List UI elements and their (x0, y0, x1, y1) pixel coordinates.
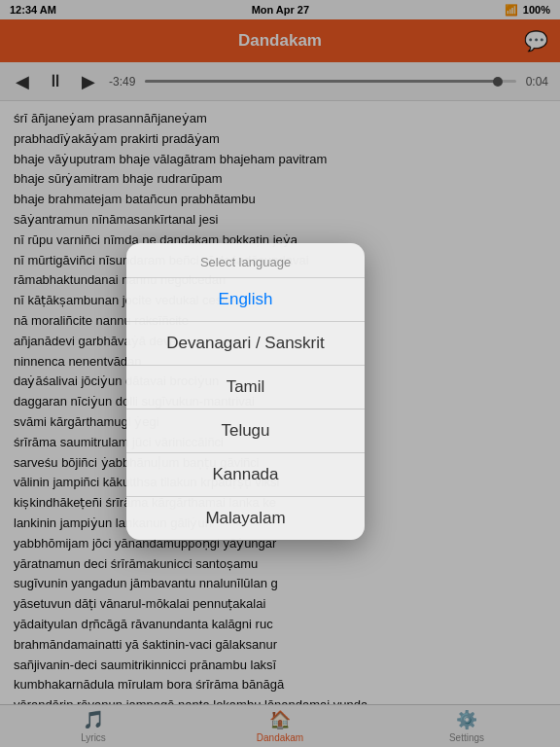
lang-option-tamil[interactable]: Tamil (126, 366, 365, 409)
lang-option-english[interactable]: English (126, 278, 365, 322)
language-picker: Select language English Devanagari / San… (126, 243, 365, 540)
language-picker-header: Select language (126, 243, 365, 278)
lang-option-malayalam[interactable]: Malayalam (126, 497, 365, 540)
lang-option-telugu[interactable]: Telugu (126, 409, 365, 453)
lang-option-kannada[interactable]: Kannada (126, 453, 365, 497)
lang-option-devanagari[interactable]: Devanagari / Sanskrit (126, 322, 365, 366)
